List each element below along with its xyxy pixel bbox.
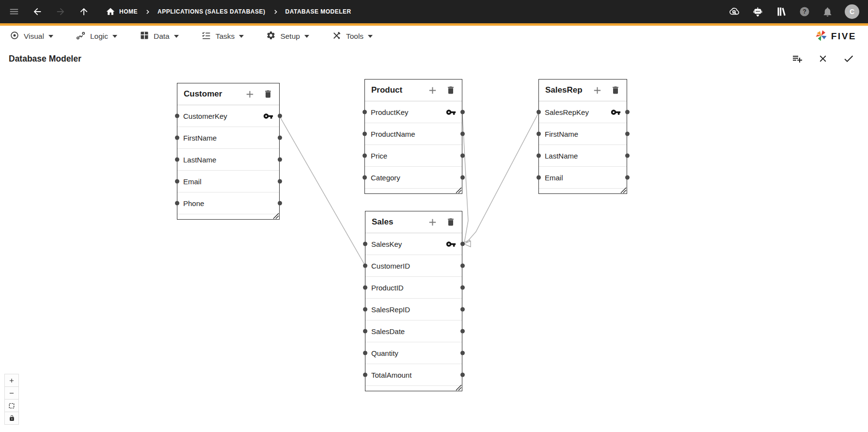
field-row-customerid[interactable]: CustomerID <box>365 255 462 277</box>
connection-point-left[interactable] <box>175 158 179 162</box>
zoom-out-button[interactable] <box>4 386 19 400</box>
field-name: ProductKey <box>371 108 409 116</box>
add-field-button[interactable] <box>427 85 438 96</box>
connection-point-right[interactable] <box>460 154 465 158</box>
resize-handle[interactable] <box>273 213 279 219</box>
field-row-productkey[interactable]: ProductKey <box>365 101 462 123</box>
field-row-productid[interactable]: ProductID <box>365 277 462 299</box>
add-field-button[interactable] <box>427 217 438 228</box>
resize-handle[interactable] <box>456 384 462 391</box>
connection-point-right[interactable] <box>625 176 630 180</box>
connection-point-left[interactable] <box>363 307 367 312</box>
connection-point-left[interactable] <box>363 373 367 377</box>
connection-point-right[interactable] <box>460 264 465 268</box>
connection-point-right[interactable] <box>278 136 282 140</box>
connection-point-left[interactable] <box>175 114 179 118</box>
field-row-salesrepkey[interactable]: SalesRepKey <box>539 101 627 123</box>
field-row-totalamount[interactable]: TotalAmount <box>365 364 462 386</box>
field-row-salesrepid[interactable]: SalesRepID <box>365 299 462 320</box>
modeler-canvas[interactable]: CustomerCustomerKeyFirstNameLastNameEmai… <box>0 0 868 432</box>
table-header[interactable]: SalesRep <box>539 80 627 101</box>
field-row-email[interactable]: Email <box>177 171 279 192</box>
field-row-customerkey[interactable]: CustomerKey <box>177 105 279 127</box>
connection-point-right[interactable] <box>625 110 630 114</box>
connection-point-right[interactable] <box>625 154 630 158</box>
field-row-firstname[interactable]: FirstName <box>177 127 279 149</box>
connection-point-left[interactable] <box>363 132 367 136</box>
connection-point-left[interactable] <box>363 110 367 114</box>
field-row-lastname[interactable]: LastName <box>177 149 279 171</box>
field-row-firstname[interactable]: FirstName <box>539 123 627 145</box>
connection-point-left[interactable] <box>363 329 367 334</box>
field-row-saleskey[interactable]: SalesKey <box>365 233 462 255</box>
entity-table-salesrep[interactable]: SalesRepSalesRepKeyFirstNameLastNameEmai… <box>538 79 627 194</box>
field-name: CustomerKey <box>183 112 227 120</box>
resize-handle[interactable] <box>620 187 627 193</box>
table-header[interactable]: Customer <box>177 83 279 105</box>
delete-table-button[interactable] <box>446 85 456 95</box>
connection-point-right[interactable] <box>460 132 465 136</box>
connection-point-left[interactable] <box>363 242 367 246</box>
connection-point-left[interactable] <box>175 201 179 206</box>
delete-table-button[interactable] <box>611 85 620 95</box>
connection-point-right[interactable] <box>278 179 282 184</box>
field-name: SalesDate <box>371 327 405 336</box>
relationship-line[interactable] <box>465 113 538 244</box>
lock-open-button[interactable] <box>4 412 19 425</box>
field-row-salesdate[interactable]: SalesDate <box>365 320 462 342</box>
connection-point-right[interactable] <box>460 329 465 334</box>
connection-point-right[interactable] <box>278 201 282 206</box>
connection-point-right[interactable] <box>278 158 282 162</box>
connection-point-left[interactable] <box>175 179 179 184</box>
field-row-email[interactable]: Email <box>539 167 627 189</box>
field-row-quantity[interactable]: Quantity <box>365 342 462 364</box>
connection-point-left[interactable] <box>537 176 541 180</box>
entity-table-product[interactable]: ProductProductKeyProductNamePriceCategor… <box>364 79 462 194</box>
field-row-price[interactable]: Price <box>365 145 462 167</box>
field-row-productname[interactable]: ProductName <box>365 123 462 145</box>
fit-view-button[interactable] <box>4 399 19 412</box>
connection-point-left[interactable] <box>363 154 367 158</box>
entity-table-sales[interactable]: SalesSalesKeyCustomerIDProductIDSalesRep… <box>365 211 462 391</box>
zoom-in-button[interactable] <box>4 374 19 387</box>
connection-point-right[interactable] <box>278 114 282 118</box>
table-header[interactable]: Sales <box>365 211 462 233</box>
key-icon <box>611 107 621 117</box>
relationship-line[interactable] <box>280 116 365 265</box>
field-name: SalesKey <box>371 240 402 248</box>
connection-point-right[interactable] <box>460 351 465 355</box>
connection-point-right[interactable] <box>460 176 465 180</box>
table-header[interactable]: Product <box>365 80 462 101</box>
connection-point-right[interactable] <box>460 242 465 246</box>
field-name: ProductID <box>371 284 404 292</box>
field-name: Email <box>183 177 202 186</box>
connection-point-right[interactable] <box>460 110 465 114</box>
connection-point-left[interactable] <box>363 176 367 180</box>
key-icon <box>446 239 456 249</box>
resize-handle[interactable] <box>456 187 462 193</box>
table-title: SalesRep <box>545 85 583 95</box>
delete-table-button[interactable] <box>263 89 273 99</box>
entity-table-customer[interactable]: CustomerCustomerKeyFirstNameLastNameEmai… <box>177 83 280 220</box>
connection-point-left[interactable] <box>363 351 367 355</box>
connection-point-left[interactable] <box>537 132 541 136</box>
field-row-lastname[interactable]: LastName <box>539 145 627 167</box>
connection-point-left[interactable] <box>363 286 367 290</box>
add-field-button[interactable] <box>592 85 603 96</box>
field-name: ProductName <box>371 130 415 138</box>
connection-point-left[interactable] <box>537 110 541 114</box>
connection-point-right[interactable] <box>460 286 465 290</box>
delete-table-button[interactable] <box>446 217 456 227</box>
connection-point-left[interactable] <box>175 136 179 140</box>
connection-point-right[interactable] <box>460 307 465 312</box>
table-title: Sales <box>372 217 393 227</box>
field-row-phone[interactable]: Phone <box>177 192 279 214</box>
table-title: Customer <box>184 89 222 99</box>
field-row-category[interactable]: Category <box>365 167 462 189</box>
table-footer <box>539 189 627 193</box>
connection-point-left[interactable] <box>363 264 367 268</box>
add-field-button[interactable] <box>244 89 255 100</box>
connection-point-right[interactable] <box>460 373 465 377</box>
connection-point-right[interactable] <box>625 132 630 136</box>
connection-point-left[interactable] <box>537 154 541 158</box>
